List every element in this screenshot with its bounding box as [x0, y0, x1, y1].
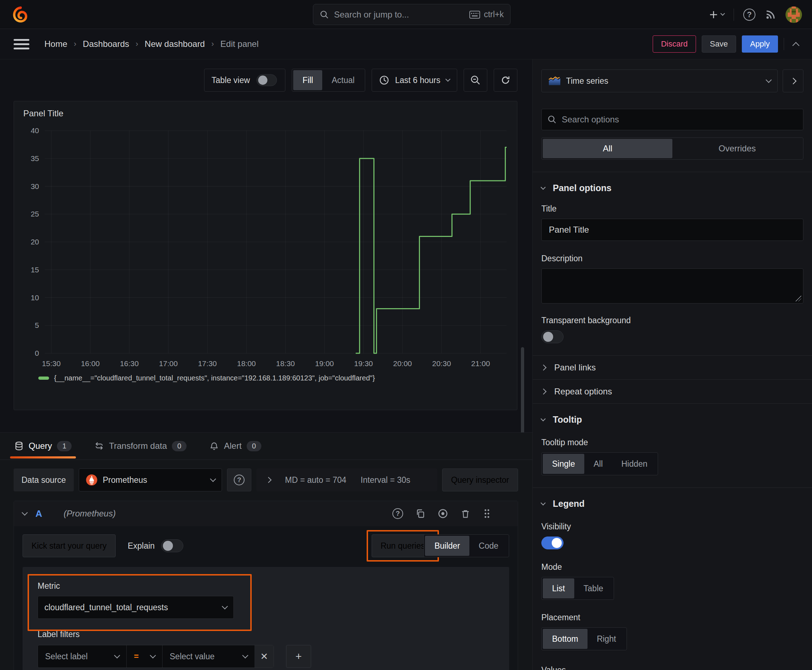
- datasource-label: Data source: [14, 469, 74, 491]
- menu-toggle-button[interactable]: [14, 39, 29, 49]
- datasource-picker[interactable]: Prometheus: [79, 469, 222, 491]
- drag-query-handle[interactable]: [483, 508, 491, 519]
- tab-query[interactable]: Query 1: [14, 432, 71, 460]
- svg-text:20:30: 20:30: [432, 359, 451, 367]
- breadcrumb-home[interactable]: Home: [42, 39, 70, 49]
- interval-stat: Interval = 30s: [361, 475, 410, 485]
- help-icon: ?: [234, 475, 244, 485]
- tab-all-options[interactable]: All: [543, 139, 672, 158]
- svg-text:25: 25: [31, 210, 39, 218]
- fill-actual-segmented: Fill Actual: [292, 69, 365, 91]
- label-filter-row: Select label = Select value: [37, 645, 501, 668]
- panel-view-toolbar: Table view Fill Actual Last 6 hours: [14, 69, 517, 91]
- explain-switch[interactable]: [161, 540, 183, 552]
- breadcrumb-edit-panel: Edit panel: [219, 39, 261, 49]
- panel-links-section[interactable]: Panel links: [541, 356, 804, 379]
- chart-panel[interactable]: Panel Title 051015202530354015:3016:0016…: [14, 101, 517, 410]
- query-inspector-button[interactable]: Query inspector: [442, 469, 518, 491]
- fill-option[interactable]: Fill: [293, 70, 322, 90]
- svg-text:21:00: 21:00: [471, 359, 490, 367]
- legend-header[interactable]: Legend: [541, 499, 804, 509]
- panel-options-header[interactable]: Panel options: [541, 183, 804, 193]
- zoom-out-button[interactable]: [464, 69, 487, 91]
- breadcrumb-new-dashboard[interactable]: New dashboard: [142, 39, 207, 49]
- tab-transform-label: Transform data: [109, 441, 167, 451]
- chevron-down-icon: [766, 77, 772, 83]
- add-filter-button[interactable]: +: [286, 645, 311, 668]
- legend-visibility-switch[interactable]: [541, 536, 563, 549]
- global-search[interactable]: ctrl+k: [313, 4, 510, 25]
- collapse-header-button[interactable]: [793, 42, 798, 47]
- global-search-input[interactable]: [334, 10, 464, 20]
- description-label: Description: [541, 254, 804, 264]
- metric-box: Metric cloudflared_tunnel_total_requests: [31, 576, 252, 628]
- description-textarea[interactable]: [541, 269, 804, 303]
- builder-option[interactable]: Builder: [425, 536, 470, 556]
- label-filters-label: Label filters: [37, 629, 501, 639]
- legend-right-option[interactable]: Right: [588, 629, 626, 649]
- kick-start-query-button[interactable]: Kick start your query: [22, 535, 116, 557]
- plus-icon: [709, 10, 718, 19]
- query-toolbar: Kick start your query Explain Run querie…: [22, 534, 509, 558]
- legend-table-option[interactable]: Table: [574, 579, 613, 599]
- user-avatar[interactable]: [785, 7, 802, 23]
- toggle-query-visibility-button[interactable]: [437, 508, 448, 519]
- help-button[interactable]: ?: [743, 8, 755, 21]
- delete-query-button[interactable]: [460, 509, 470, 519]
- tooltip-all-option[interactable]: All: [584, 454, 612, 474]
- apply-button[interactable]: Apply: [742, 36, 778, 52]
- legend-list-option[interactable]: List: [543, 579, 574, 599]
- grafana-edit-panel: { "topbar": { "search_placeholder": "Sea…: [0, 0, 812, 670]
- legend-bottom-option[interactable]: Bottom: [543, 629, 588, 649]
- news-button[interactable]: [765, 9, 776, 20]
- query-options-summary[interactable]: MD = auto = 704 Interval = 30s: [256, 469, 437, 491]
- transparent-background-switch[interactable]: [541, 330, 563, 343]
- time-range-picker[interactable]: Last 6 hours: [371, 69, 457, 91]
- duplicate-query-button[interactable]: [415, 509, 425, 519]
- discard-button[interactable]: Discard: [653, 36, 696, 52]
- repeat-options-section[interactable]: Repeat options: [541, 380, 804, 403]
- datasource-help-button[interactable]: ?: [227, 469, 251, 491]
- tooltip-hidden-option[interactable]: Hidden: [612, 454, 657, 474]
- collapse-query-icon[interactable]: [22, 510, 28, 516]
- query-help-button[interactable]: ?: [392, 508, 403, 519]
- actual-option[interactable]: Actual: [322, 70, 364, 90]
- query-row-header[interactable]: A (Prometheus) ?: [14, 501, 518, 526]
- time-series-chart[interactable]: 051015202530354015:3016:0016:3017:0017:3…: [17, 124, 513, 372]
- visualization-picker[interactable]: Time series: [541, 69, 778, 92]
- main-column: Table view Fill Actual Last 6 hours: [0, 59, 532, 670]
- tab-alert[interactable]: Alert 0: [209, 432, 261, 460]
- options-search-input[interactable]: [562, 115, 797, 125]
- metric-select[interactable]: cloudflared_tunnel_total_requests: [37, 596, 234, 619]
- chart-legend[interactable]: {__name__="cloudflared_tunnel_total_requ…: [17, 374, 514, 382]
- tooltip-header[interactable]: Tooltip: [541, 415, 804, 425]
- legend-series-label[interactable]: {__name__="cloudflared_tunnel_total_requ…: [54, 374, 375, 382]
- remove-filter-button[interactable]: ✕: [255, 645, 273, 668]
- breadcrumb-dashboards[interactable]: Dashboards: [81, 39, 131, 49]
- divider: [734, 8, 734, 21]
- tab-overrides[interactable]: Overrides: [672, 139, 802, 158]
- select-label-dropdown[interactable]: Select label: [38, 645, 127, 668]
- save-button[interactable]: Save: [702, 36, 736, 52]
- visualization-value: Time series: [566, 76, 608, 86]
- tooltip-single-option[interactable]: Single: [543, 454, 584, 474]
- tooltip-title: Tooltip: [553, 415, 582, 425]
- datasource-value: Prometheus: [103, 475, 147, 485]
- grafana-logo-icon[interactable]: [12, 6, 29, 22]
- refresh-button[interactable]: [494, 69, 517, 91]
- metric-label: Metric: [37, 581, 234, 591]
- table-view-toggle[interactable]: Table view: [204, 69, 285, 91]
- tab-transform-data[interactable]: Transform data 0: [95, 432, 186, 460]
- help-icon: ?: [392, 508, 403, 519]
- resize-handle[interactable]: [795, 296, 801, 301]
- query-editor-pane: Query 1 Transform data 0 Ale: [0, 432, 532, 670]
- operator-dropdown[interactable]: =: [127, 645, 163, 668]
- toggle-viz-picker-button[interactable]: [783, 69, 804, 92]
- panel-title-input[interactable]: [541, 219, 804, 241]
- options-search[interactable]: [541, 109, 804, 130]
- select-value-dropdown[interactable]: Select value: [163, 645, 255, 668]
- table-view-switch[interactable]: [257, 74, 277, 86]
- code-option[interactable]: Code: [470, 536, 508, 556]
- new-menu-button[interactable]: [709, 10, 724, 19]
- svg-text:16:00: 16:00: [81, 359, 100, 367]
